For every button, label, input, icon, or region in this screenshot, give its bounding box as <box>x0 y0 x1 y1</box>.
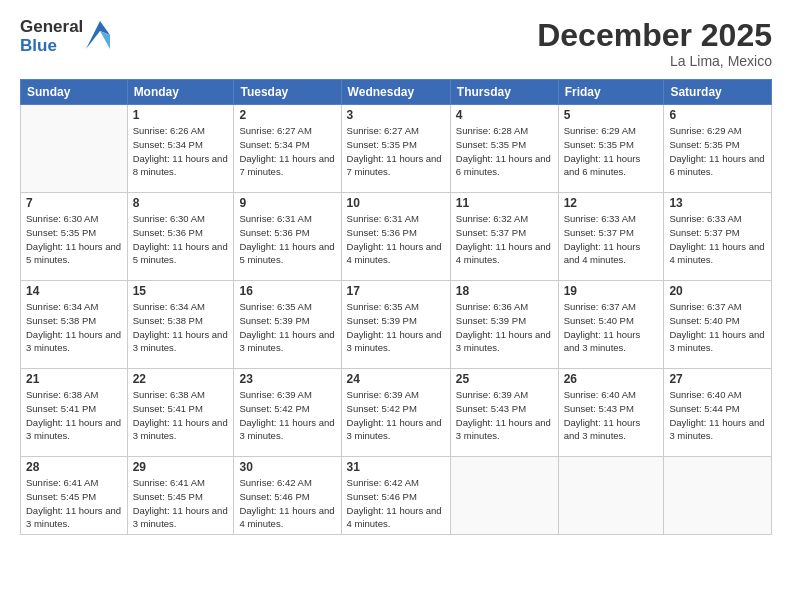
calendar-cell <box>450 457 558 535</box>
calendar-cell: 22Sunrise: 6:38 AM Sunset: 5:41 PM Dayli… <box>127 369 234 457</box>
calendar-week-row: 1Sunrise: 6:26 AM Sunset: 5:34 PM Daylig… <box>21 105 772 193</box>
calendar-cell: 15Sunrise: 6:34 AM Sunset: 5:38 PM Dayli… <box>127 281 234 369</box>
day-number: 5 <box>564 108 659 122</box>
day-info: Sunrise: 6:40 AM Sunset: 5:44 PM Dayligh… <box>669 388 766 443</box>
day-number: 31 <box>347 460 445 474</box>
day-info: Sunrise: 6:31 AM Sunset: 5:36 PM Dayligh… <box>239 212 335 267</box>
month-title: December 2025 <box>537 18 772 53</box>
logo-general: General <box>20 18 83 37</box>
day-number: 22 <box>133 372 229 386</box>
calendar-cell: 19Sunrise: 6:37 AM Sunset: 5:40 PM Dayli… <box>558 281 664 369</box>
day-info: Sunrise: 6:33 AM Sunset: 5:37 PM Dayligh… <box>564 212 659 267</box>
weekday-header: Wednesday <box>341 80 450 105</box>
day-number: 6 <box>669 108 766 122</box>
weekday-header: Sunday <box>21 80 128 105</box>
weekday-header: Thursday <box>450 80 558 105</box>
weekday-header: Monday <box>127 80 234 105</box>
day-number: 23 <box>239 372 335 386</box>
day-info: Sunrise: 6:32 AM Sunset: 5:37 PM Dayligh… <box>456 212 553 267</box>
calendar-cell: 24Sunrise: 6:39 AM Sunset: 5:42 PM Dayli… <box>341 369 450 457</box>
calendar-week-row: 7Sunrise: 6:30 AM Sunset: 5:35 PM Daylig… <box>21 193 772 281</box>
calendar-cell: 4Sunrise: 6:28 AM Sunset: 5:35 PM Daylig… <box>450 105 558 193</box>
calendar-cell: 12Sunrise: 6:33 AM Sunset: 5:37 PM Dayli… <box>558 193 664 281</box>
day-info: Sunrise: 6:26 AM Sunset: 5:34 PM Dayligh… <box>133 124 229 179</box>
day-number: 17 <box>347 284 445 298</box>
day-info: Sunrise: 6:27 AM Sunset: 5:34 PM Dayligh… <box>239 124 335 179</box>
calendar-cell: 21Sunrise: 6:38 AM Sunset: 5:41 PM Dayli… <box>21 369 128 457</box>
day-number: 15 <box>133 284 229 298</box>
day-info: Sunrise: 6:35 AM Sunset: 5:39 PM Dayligh… <box>347 300 445 355</box>
calendar-cell: 18Sunrise: 6:36 AM Sunset: 5:39 PM Dayli… <box>450 281 558 369</box>
day-info: Sunrise: 6:29 AM Sunset: 5:35 PM Dayligh… <box>669 124 766 179</box>
day-info: Sunrise: 6:34 AM Sunset: 5:38 PM Dayligh… <box>26 300 122 355</box>
day-number: 18 <box>456 284 553 298</box>
page: General Blue December 2025 La Lima, Mexi… <box>0 0 792 612</box>
day-number: 19 <box>564 284 659 298</box>
day-info: Sunrise: 6:37 AM Sunset: 5:40 PM Dayligh… <box>564 300 659 355</box>
weekday-header: Tuesday <box>234 80 341 105</box>
day-info: Sunrise: 6:28 AM Sunset: 5:35 PM Dayligh… <box>456 124 553 179</box>
day-number: 28 <box>26 460 122 474</box>
calendar-cell: 7Sunrise: 6:30 AM Sunset: 5:35 PM Daylig… <box>21 193 128 281</box>
day-info: Sunrise: 6:38 AM Sunset: 5:41 PM Dayligh… <box>26 388 122 443</box>
day-number: 4 <box>456 108 553 122</box>
calendar-cell: 28Sunrise: 6:41 AM Sunset: 5:45 PM Dayli… <box>21 457 128 535</box>
day-info: Sunrise: 6:36 AM Sunset: 5:39 PM Dayligh… <box>456 300 553 355</box>
title-block: December 2025 La Lima, Mexico <box>537 18 772 69</box>
day-number: 3 <box>347 108 445 122</box>
day-info: Sunrise: 6:33 AM Sunset: 5:37 PM Dayligh… <box>669 212 766 267</box>
day-number: 20 <box>669 284 766 298</box>
calendar-cell <box>558 457 664 535</box>
day-info: Sunrise: 6:31 AM Sunset: 5:36 PM Dayligh… <box>347 212 445 267</box>
day-number: 24 <box>347 372 445 386</box>
day-number: 30 <box>239 460 335 474</box>
day-number: 1 <box>133 108 229 122</box>
day-number: 26 <box>564 372 659 386</box>
day-info: Sunrise: 6:39 AM Sunset: 5:42 PM Dayligh… <box>239 388 335 443</box>
calendar-cell: 16Sunrise: 6:35 AM Sunset: 5:39 PM Dayli… <box>234 281 341 369</box>
weekday-header: Friday <box>558 80 664 105</box>
calendar-cell: 23Sunrise: 6:39 AM Sunset: 5:42 PM Dayli… <box>234 369 341 457</box>
calendar-cell: 27Sunrise: 6:40 AM Sunset: 5:44 PM Dayli… <box>664 369 772 457</box>
day-info: Sunrise: 6:27 AM Sunset: 5:35 PM Dayligh… <box>347 124 445 179</box>
day-info: Sunrise: 6:42 AM Sunset: 5:46 PM Dayligh… <box>239 476 335 531</box>
calendar-cell: 10Sunrise: 6:31 AM Sunset: 5:36 PM Dayli… <box>341 193 450 281</box>
header-row: SundayMondayTuesdayWednesdayThursdayFrid… <box>21 80 772 105</box>
calendar-cell: 11Sunrise: 6:32 AM Sunset: 5:37 PM Dayli… <box>450 193 558 281</box>
day-info: Sunrise: 6:30 AM Sunset: 5:35 PM Dayligh… <box>26 212 122 267</box>
calendar-cell: 20Sunrise: 6:37 AM Sunset: 5:40 PM Dayli… <box>664 281 772 369</box>
day-number: 27 <box>669 372 766 386</box>
calendar-cell: 2Sunrise: 6:27 AM Sunset: 5:34 PM Daylig… <box>234 105 341 193</box>
calendar-cell <box>664 457 772 535</box>
calendar-cell: 29Sunrise: 6:41 AM Sunset: 5:45 PM Dayli… <box>127 457 234 535</box>
calendar-cell <box>21 105 128 193</box>
calendar-cell: 9Sunrise: 6:31 AM Sunset: 5:36 PM Daylig… <box>234 193 341 281</box>
weekday-header: Saturday <box>664 80 772 105</box>
day-number: 12 <box>564 196 659 210</box>
logo-icon <box>86 21 110 49</box>
logo-text: General Blue <box>20 18 83 55</box>
day-number: 13 <box>669 196 766 210</box>
day-info: Sunrise: 6:40 AM Sunset: 5:43 PM Dayligh… <box>564 388 659 443</box>
calendar-cell: 30Sunrise: 6:42 AM Sunset: 5:46 PM Dayli… <box>234 457 341 535</box>
calendar-cell: 3Sunrise: 6:27 AM Sunset: 5:35 PM Daylig… <box>341 105 450 193</box>
day-number: 8 <box>133 196 229 210</box>
calendar-cell: 6Sunrise: 6:29 AM Sunset: 5:35 PM Daylig… <box>664 105 772 193</box>
header: General Blue December 2025 La Lima, Mexi… <box>20 18 772 69</box>
day-info: Sunrise: 6:39 AM Sunset: 5:42 PM Dayligh… <box>347 388 445 443</box>
day-info: Sunrise: 6:42 AM Sunset: 5:46 PM Dayligh… <box>347 476 445 531</box>
calendar-cell: 31Sunrise: 6:42 AM Sunset: 5:46 PM Dayli… <box>341 457 450 535</box>
day-number: 10 <box>347 196 445 210</box>
calendar-week-row: 21Sunrise: 6:38 AM Sunset: 5:41 PM Dayli… <box>21 369 772 457</box>
day-info: Sunrise: 6:41 AM Sunset: 5:45 PM Dayligh… <box>26 476 122 531</box>
day-info: Sunrise: 6:34 AM Sunset: 5:38 PM Dayligh… <box>133 300 229 355</box>
calendar-cell: 14Sunrise: 6:34 AM Sunset: 5:38 PM Dayli… <box>21 281 128 369</box>
day-info: Sunrise: 6:35 AM Sunset: 5:39 PM Dayligh… <box>239 300 335 355</box>
day-number: 29 <box>133 460 229 474</box>
calendar-cell: 26Sunrise: 6:40 AM Sunset: 5:43 PM Dayli… <box>558 369 664 457</box>
calendar-week-row: 14Sunrise: 6:34 AM Sunset: 5:38 PM Dayli… <box>21 281 772 369</box>
day-number: 25 <box>456 372 553 386</box>
day-number: 11 <box>456 196 553 210</box>
day-info: Sunrise: 6:39 AM Sunset: 5:43 PM Dayligh… <box>456 388 553 443</box>
logo-blue: Blue <box>20 37 83 56</box>
